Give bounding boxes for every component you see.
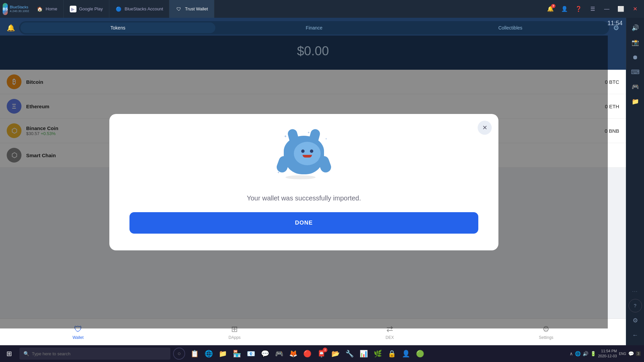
tab-home[interactable]: 🏠 Home: [30, 0, 64, 18]
bluestacks-logo: BS BlueStacks 4.240.30.1002: [0, 0, 30, 18]
mascot-body: [280, 136, 327, 179]
sidebar-settings-btn[interactable]: ⚙: [629, 314, 642, 327]
done-button[interactable]: DONE: [129, 212, 478, 234]
instance-badge: 3: [636, 351, 641, 356]
tray-expand[interactable]: ∧: [570, 351, 573, 356]
tab-bluestacks-account[interactable]: 🔵 BlueStacks Account: [109, 0, 170, 18]
tab-trust-wallet[interactable]: 🛡 Trust Wallet: [169, 0, 214, 18]
tw-tab-tokens[interactable]: Tokens: [20, 22, 215, 33]
tw-bell-icon[interactable]: 🔔: [7, 24, 15, 32]
search-input[interactable]: [32, 351, 166, 356]
sparkle-2: ✦: [307, 131, 310, 134]
taskbar-app-13[interactable]: 📊: [357, 347, 370, 360]
app-area: 11:54 🔔 Tokens Finance Collectibles ⚙ $0…: [0, 18, 626, 345]
mascot-eyes: [301, 149, 313, 153]
taskbar-apps: 📋 🌐 📁 🏪 📧 💬 🎮 🦊 🔴 📮 3 📂 🔧 📊 🌿 🔒 👤 🟢: [188, 347, 427, 360]
taskbar-app-9[interactable]: 🔴: [301, 347, 314, 360]
taskbar-app-2[interactable]: 🌐: [202, 347, 215, 360]
taskbar: ⊞ 🔍 ○ 📋 🌐 📁 🏪 📧 💬 🎮 🦊 🔴 📮 3 📂 🔧 📊 🌿 🔒 👤 …: [0, 345, 644, 362]
search-icon: 🔍: [23, 351, 29, 356]
taskbar-app-15[interactable]: 🔒: [385, 347, 398, 360]
google-play-icon: ▶: [70, 6, 76, 12]
app-time: 11:54: [607, 20, 623, 27]
taskbar-app-17[interactable]: 🟢: [413, 347, 427, 360]
sidebar-help-btn[interactable]: ?: [629, 299, 642, 312]
bluestacks-account-icon: 🔵: [115, 6, 122, 12]
tray-volume[interactable]: 🔊: [583, 351, 588, 356]
mascot-eye-right: [310, 149, 313, 153]
taskbar-app-10[interactable]: 📮 3: [315, 347, 328, 360]
start-button[interactable]: ⊞: [0, 345, 18, 362]
sidebar-folder-btn[interactable]: 📁: [629, 95, 642, 108]
mascot-eye-left: [301, 149, 305, 153]
menu-button[interactable]: ☰: [586, 3, 599, 15]
trust-wallet-icon: 🛡: [175, 6, 182, 12]
titlebar-controls: 🔔 7 👤 ❓ ☰ — ⬜ ✕: [544, 3, 644, 15]
sidebar-screenshot-btn[interactable]: 📸: [629, 36, 642, 49]
tw-tabs: Tokens Finance Collectibles: [19, 21, 609, 35]
mascot-face: [294, 142, 321, 165]
language-indicator: ENG: [619, 352, 626, 356]
sidebar-back-btn[interactable]: ←: [629, 328, 642, 342]
help-button[interactable]: ❓: [572, 3, 585, 15]
taskbar-right: ∧ 🌐 🔊 🔋 11:54 PM 2020-12-03 ENG 💬 3: [570, 349, 644, 359]
modal: ✕ ✦ ✦ ✦ ✦ ✦: [109, 114, 498, 250]
sidebar-gamepad-btn[interactable]: 🎮: [629, 80, 642, 94]
maximize-button[interactable]: ⬜: [614, 3, 627, 15]
bs-logo-text: BlueStacks 4.240.30.1002: [10, 5, 29, 13]
sidebar-record-btn[interactable]: ⏺: [629, 51, 642, 64]
mascot-illustration: ✦ ✦ ✦ ✦ ✦: [270, 131, 337, 184]
close-button[interactable]: ✕: [629, 3, 641, 15]
bs-logo-icon: BS: [3, 3, 8, 15]
right-sidebar: 🔊 📸 ⏺ ⌨ 🎮 📁 ··· ? ⚙ ←: [626, 18, 644, 345]
mascot-mouth: [303, 155, 312, 158]
sidebar-keyboard-btn[interactable]: ⌨: [629, 65, 642, 79]
notification-badge: 7: [551, 4, 555, 8]
taskbar-app-5[interactable]: 📧: [244, 347, 258, 360]
taskbar-app-1[interactable]: 📋: [188, 347, 201, 360]
tray-battery[interactable]: 🔋: [590, 351, 596, 356]
taskbar-app-6[interactable]: 💬: [258, 347, 272, 360]
tw-tab-finance[interactable]: Finance: [217, 22, 412, 33]
tw-top-bar: 🔔 Tokens Finance Collectibles ⚙: [7, 21, 619, 35]
taskbar-app-4[interactable]: 🏪: [230, 347, 244, 360]
modal-close-button[interactable]: ✕: [478, 121, 492, 135]
account-button[interactable]: 👤: [558, 3, 571, 15]
taskbar-app-14[interactable]: 🌿: [371, 347, 384, 360]
taskbar-app-7[interactable]: 🎮: [272, 347, 286, 360]
taskbar-app-12[interactable]: 🔧: [343, 347, 356, 360]
modal-overlay: ✕ ✦ ✦ ✦ ✦ ✦: [0, 36, 608, 328]
cortana-button[interactable]: ○: [173, 348, 185, 360]
tray-network[interactable]: 🌐: [575, 351, 581, 356]
notifications-tray[interactable]: 💬: [628, 351, 634, 356]
home-icon: 🏠: [36, 6, 43, 12]
taskbar-search[interactable]: 🔍: [19, 348, 170, 360]
taskbar-app-8[interactable]: 🦊: [286, 347, 300, 360]
sidebar-volume-btn[interactable]: 🔊: [629, 21, 642, 35]
tab-google-play[interactable]: ▶ Google Play: [64, 0, 109, 18]
mascot-ear-left: [287, 128, 300, 147]
minimize-button[interactable]: —: [600, 3, 613, 15]
clock: 11:54 PM 2020-12-03: [598, 349, 617, 359]
taskbar-app-16[interactable]: 👤: [399, 347, 413, 360]
tw-tab-collectibles[interactable]: Collectibles: [413, 22, 608, 33]
mascot-main-body: [284, 136, 324, 174]
sidebar-more-btn[interactable]: ···: [629, 284, 642, 298]
taskbar-app-3[interactable]: 📁: [216, 347, 229, 360]
notification-button[interactable]: 🔔 7: [544, 3, 557, 15]
modal-message: Your wallet was successfully imported.: [247, 194, 361, 202]
taskbar-app-11[interactable]: 📂: [329, 347, 342, 360]
mascot-shadow: [285, 175, 316, 179]
titlebar: BS BlueStacks 4.240.30.1002 🏠 Home ▶ Goo…: [0, 0, 644, 18]
